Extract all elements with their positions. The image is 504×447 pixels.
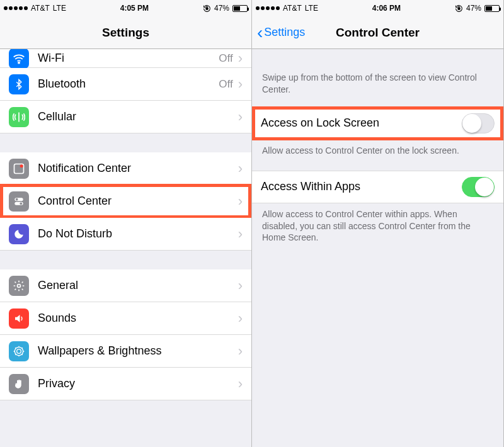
row-wifi[interactable]: Wi-Fi Off › <box>0 49 251 68</box>
svg-point-8 <box>18 284 21 287</box>
row-notification-center[interactable]: Notification Center › <box>0 152 251 185</box>
row-label: Do Not Disturb <box>38 227 238 240</box>
chevron-right-icon: › <box>238 310 243 327</box>
chevron-right-icon: › <box>238 76 243 93</box>
row-access-within-apps[interactable]: Access Within Apps <box>252 171 503 203</box>
row-label: Wallpapers & Brightness <box>38 344 238 358</box>
nav-bar: Settings <box>0 16 251 49</box>
wifi-icon <box>9 49 29 69</box>
svg-rect-11 <box>458 8 460 9</box>
status-bar: AT&T LTE 4:06 PM 47% <box>252 0 503 16</box>
toggle-access-within-apps[interactable] <box>462 177 495 197</box>
back-button[interactable]: ‹ Settings <box>257 24 305 42</box>
svg-point-9 <box>17 349 21 353</box>
battery-icon <box>232 5 248 12</box>
chevron-right-icon: › <box>238 193 243 210</box>
row-label: Bluetooth <box>38 77 219 91</box>
signal-strength-icon <box>4 6 28 10</box>
chevron-right-icon: › <box>238 226 243 242</box>
svg-rect-0 <box>206 8 208 9</box>
clock-label: 4:06 PM <box>372 4 401 13</box>
control-center-icon <box>9 191 29 212</box>
row-label: Wi-Fi <box>38 52 219 65</box>
carrier-label: AT&T <box>283 4 302 13</box>
nav-bar: ‹ Settings Control Center <box>252 16 503 49</box>
chevron-right-icon: › <box>238 109 243 125</box>
row-label: Sounds <box>38 312 238 325</box>
status-bar: AT&T LTE 4:05 PM 47% <box>0 0 251 16</box>
row-label: Privacy <box>38 377 238 390</box>
row-label: Cellular <box>38 110 238 123</box>
row-sounds[interactable]: Sounds › <box>0 302 251 335</box>
row-label: Notification Center <box>38 162 238 175</box>
settings-screen: AT&T LTE 4:05 PM 47% Settings Wi-Fi Off … <box>0 0 252 447</box>
page-title: Settings <box>102 26 149 40</box>
row-access-lock-screen[interactable]: Access on Lock Screen <box>252 107 503 140</box>
back-label: Settings <box>264 26 305 39</box>
settings-list: Wi-Fi Off › Bluetooth Off › Cellular › N… <box>0 49 251 447</box>
orientation-lock-icon <box>203 4 211 13</box>
row-label: Access on Lock Screen <box>261 116 462 130</box>
apps-footer-text: Allow access to Control Center within ap… <box>252 203 503 249</box>
row-cellular[interactable]: Cellular › <box>0 101 251 133</box>
carrier-label: AT&T <box>31 4 50 13</box>
battery-icon <box>484 5 500 12</box>
gear-icon <box>9 276 29 296</box>
chevron-right-icon: › <box>238 376 243 392</box>
row-value: Off <box>219 78 232 91</box>
speaker-icon <box>9 308 29 329</box>
toggle-access-lock-screen[interactable] <box>462 113 495 133</box>
cellular-icon <box>9 107 29 127</box>
signal-strength-icon <box>256 6 280 10</box>
battery-percent-label: 47% <box>466 4 481 13</box>
chevron-left-icon: ‹ <box>257 24 263 42</box>
control-center-settings: Swipe up from the bottom of the screen t… <box>252 49 503 447</box>
svg-point-1 <box>18 62 20 63</box>
row-general[interactable]: General › <box>0 269 251 302</box>
svg-point-6 <box>16 198 18 200</box>
intro-text: Swipe up from the bottom of the screen t… <box>252 49 503 107</box>
row-value: Off <box>219 52 232 65</box>
notification-center-icon <box>9 159 29 179</box>
row-do-not-disturb[interactable]: Do Not Disturb › <box>0 218 251 251</box>
hand-icon <box>9 374 29 394</box>
orientation-lock-icon <box>455 4 463 13</box>
lock-footer-text: Allow access to Control Center on the lo… <box>252 140 503 162</box>
chevron-right-icon: › <box>238 50 243 67</box>
row-bluetooth[interactable]: Bluetooth Off › <box>0 68 251 101</box>
battery-percent-label: 47% <box>214 4 229 13</box>
row-label: Control Center <box>38 195 238 208</box>
row-privacy[interactable]: Privacy › <box>0 368 251 400</box>
bluetooth-icon <box>9 74 29 94</box>
network-label: LTE <box>305 4 318 13</box>
svg-point-3 <box>20 164 23 167</box>
control-center-screen: AT&T LTE 4:06 PM 47% ‹ Settings Control … <box>252 0 504 447</box>
moon-icon <box>9 224 29 244</box>
clock-label: 4:05 PM <box>120 4 149 13</box>
chevron-right-icon: › <box>238 161 243 177</box>
svg-point-7 <box>20 202 22 205</box>
row-wallpapers-brightness[interactable]: Wallpapers & Brightness › <box>0 335 251 368</box>
chevron-right-icon: › <box>238 343 243 359</box>
row-label: General <box>38 279 238 292</box>
page-title: Control Center <box>336 26 420 40</box>
row-control-center[interactable]: Control Center › <box>0 185 251 218</box>
chevron-right-icon: › <box>238 278 243 294</box>
network-label: LTE <box>53 4 66 13</box>
brightness-icon <box>9 341 29 361</box>
row-label: Access Within Apps <box>261 180 462 193</box>
